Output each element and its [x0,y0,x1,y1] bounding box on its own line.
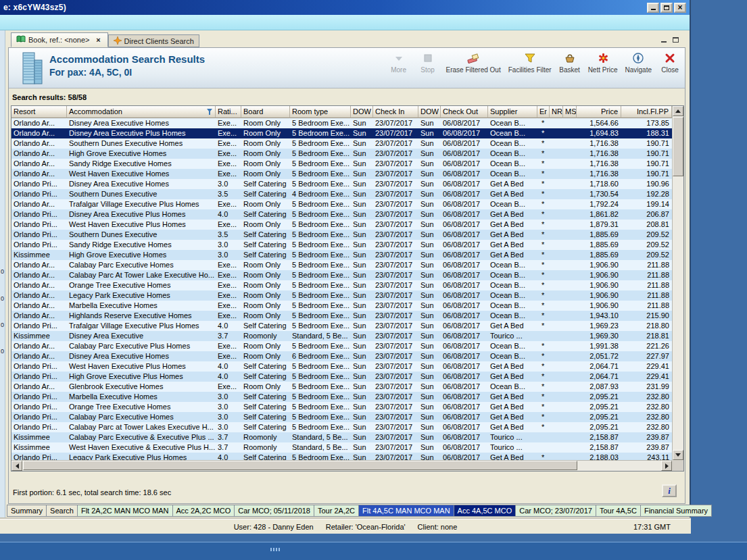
table-row[interactable]: Orlando Pri...West Haven Executive Plus … [11,361,672,372]
table-row[interactable]: KissimmeeWest Haven Executive & Executiv… [11,442,672,453]
table-row[interactable]: Orlando Ar...Legacy Park Executive Homes… [11,290,672,301]
mdi-restore-icon[interactable] [673,37,679,43]
book-icon [16,35,26,45]
scroll-down-button[interactable] [673,450,683,460]
navigate-button[interactable]: Navigate [625,51,652,74]
table-row[interactable]: Orlando Pri...Orange Tree Executive Home… [11,402,672,412]
titlebar[interactable]: e: x6cYW43sz5) [0,0,690,15]
table-row[interactable]: Orlando Ar...Glenbrook Executive HomesEx… [11,382,672,392]
bottom-tab[interactable]: Flt 4A,5C MAN MCO MAN [359,505,454,516]
table-row[interactable]: Orlando Ar...Disney Area Executive Homes… [11,118,672,128]
tab-book[interactable]: Book, ref.: <none> [11,32,108,47]
cell: Exe... [216,301,241,311]
table-row[interactable]: Orlando Ar...Calabay Parc Executive Plus… [11,341,672,351]
cell: Room Only [241,382,290,392]
table-row[interactable]: Orlando Pri...Legacy Park Executive Plus… [11,453,672,460]
column-header[interactable]: Check Out [441,106,488,118]
tab-direct-clients-search[interactable]: Direct Clients Search [108,34,199,47]
column-header[interactable]: MS [563,106,577,118]
basket-button[interactable]: Basket [559,51,581,74]
cell: 06/08/2017 [441,260,488,270]
nett-price-button[interactable]: Nett Price [588,51,618,74]
column-header[interactable]: Incl.Fl.PP [621,106,672,118]
table-row[interactable]: Orlando Ar...Sandy Ridge Executive Homes… [11,159,672,169]
tab-close-icon[interactable] [95,36,103,44]
table-row[interactable]: Orlando Ar...Southern Dunes Executive Ho… [11,138,672,149]
minimize-button[interactable] [647,3,659,13]
table-row[interactable]: Orlando Ar...High Grove Executive HomesE… [11,149,672,159]
bottom-tab[interactable]: Car MCO; 05/11/2018 [235,505,314,516]
vertical-scroll-thumb[interactable] [673,117,683,176]
clients-search-icon [114,36,122,46]
column-header[interactable]: Check In [373,106,418,118]
cell: Tourico ... [488,331,537,341]
table-row[interactable]: Orlando Pri...Southern Dunes Executive3.… [11,230,672,240]
vertical-scrollbar[interactable] [672,106,683,460]
cell: Exe... [216,149,241,159]
bottom-tab[interactable]: Car MCO; 23/07/2017 [516,505,596,516]
table-row[interactable]: Orlando Pri...Calabay Parc Executive Hom… [11,412,672,422]
column-header[interactable]: Accommodation [67,106,216,118]
scroll-up-button[interactable] [673,106,683,116]
bottom-tab[interactable]: Summary [7,505,47,516]
bottom-tab[interactable]: Tour 2A,2C [314,505,359,516]
mdi-minimize-icon[interactable] [661,41,667,43]
table-row[interactable]: Orlando Pri...Calabay Parc at Tower Lake… [11,422,672,432]
table-row[interactable]: Orlando Ar...Disney Area Executive Plus … [11,128,672,138]
table-row[interactable]: Orlando Ar...Marbella Executive HomesExe… [11,301,672,311]
cell: Sun [418,372,441,382]
column-header[interactable]: Supplier [488,106,537,118]
table-row[interactable]: Orlando Pri...Trafalgar Village Executiv… [11,321,672,331]
scroll-right-button[interactable] [661,461,672,471]
column-header[interactable]: Resort [11,106,67,118]
table-row[interactable]: Orlando Pri...High Grove Executive Plus … [11,372,672,382]
facilities-filter-button[interactable]: Facilities Filter [508,51,552,74]
table-row[interactable]: Orlando Ar...Calabay Parc Executive Home… [11,260,672,270]
close-button[interactable] [674,3,686,13]
erase-filtered-out-button[interactable]: Erase Filtered Out [446,51,501,74]
horizontal-scrollbar[interactable] [11,460,672,471]
table-row[interactable]: KissimmeeCalabay Parc Executive & Execut… [11,432,672,442]
scroll-left-button[interactable] [11,461,22,471]
drag-grip[interactable] [270,548,281,551]
table-row[interactable]: Orlando Pri...Marbella Executive Homes3.… [11,392,672,402]
cell: 23/07/2017 [373,321,418,331]
table-row[interactable]: Orlando Pri...Disney Area Executive Plus… [11,209,672,220]
bottom-tab[interactable]: Acc 4A,5C MCO [454,505,516,516]
close-results-button[interactable]: Close [659,51,681,74]
horizontal-scroll-thumb[interactable] [23,461,577,470]
table-row[interactable]: Orlando Ar...Calabay Parc At Tower Lake … [11,270,672,280]
column-header[interactable]: Board [241,106,290,118]
table-row[interactable]: Orlando Pri...Disney Area Executive Home… [11,179,672,189]
table-row[interactable]: Orlando Ar...Orange Tree Executive Homes… [11,280,672,290]
table-row[interactable]: Orlando Ar...Highlands Reserve Executive… [11,311,672,321]
cell: Sun [418,209,441,220]
more-button[interactable]: More [388,51,410,74]
column-header[interactable]: Price [577,106,621,118]
cell [563,250,577,260]
cell [563,412,577,422]
table-row[interactable]: KissimmeeDisney Area Executive3.7Roomonl… [11,331,672,341]
column-header[interactable]: Er [537,106,550,118]
table-row[interactable]: KissimmeeHigh Grove Executive Homes3.0Se… [11,250,672,260]
maximize-button[interactable] [660,3,673,13]
column-header[interactable]: Room type [290,106,351,118]
bottom-tab[interactable]: Financial Summary [641,505,711,516]
table-row[interactable]: Orlando Ar...Trafalgar Village Executive… [11,199,672,209]
bottom-tab[interactable]: Flt 2A,2C MAN MCO MAN [78,505,173,516]
stop-button[interactable]: Stop [417,51,439,74]
bottom-tab[interactable]: Acc 2A,2C MCO [173,505,235,516]
column-header[interactable]: DOW [351,106,373,118]
table-row[interactable]: Orlando Pri...Southern Dunes Executive3.… [11,189,672,199]
table-row[interactable]: Orlando Ar...West Haven Executive HomesE… [11,169,672,179]
column-header[interactable]: Rati... [216,106,241,118]
column-header[interactable]: DOW [418,106,441,118]
column-header[interactable]: NR [550,106,563,118]
info-button[interactable]: i [662,484,677,497]
table-row[interactable]: Orlando Pri...West Haven Executive Plus … [11,220,672,230]
cell: Standard, 5 Be... [290,432,351,442]
table-row[interactable]: Orlando Ar...Disney Area Executive Homes… [11,351,672,361]
bottom-tab[interactable]: Search [47,505,78,516]
bottom-tab[interactable]: Tour 4A,5C [596,505,641,516]
table-row[interactable]: Orlando Pri...Sandy Ridge Executive Home… [11,240,672,250]
